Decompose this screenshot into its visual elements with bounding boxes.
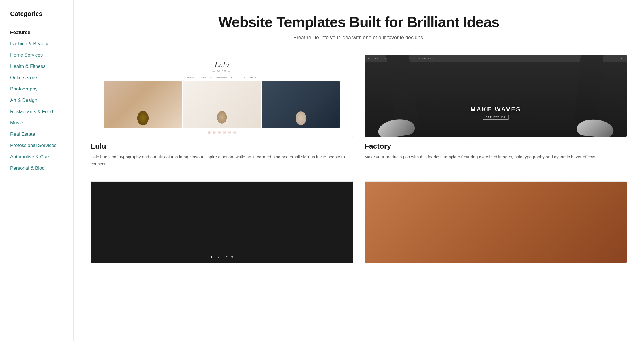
factory-overlay-text: MAKE WAVES SEE STYLES xyxy=(470,106,521,120)
factory-leg-right xyxy=(575,55,604,127)
sidebar-item-online-store[interactable]: Online Store xyxy=(10,75,37,80)
sidebar-item-photography[interactable]: Photography xyxy=(10,86,37,92)
page-subtitle: Breathe life into your idea with one of … xyxy=(91,35,627,41)
lulu-images xyxy=(104,81,340,128)
sidebar: Categories Featured Fashion & BeautyHome… xyxy=(0,0,74,341)
sidebar-item-personal-blog[interactable]: Personal & Blog xyxy=(10,165,45,171)
ludlow-bar: LUDLOW xyxy=(91,251,353,263)
factory-see-styles-button[interactable]: SEE STYLES xyxy=(483,115,509,120)
ludlow-label: LUDLOW xyxy=(207,256,237,259)
template-thumbnail-ludlow: LUDLOW xyxy=(91,181,353,263)
sidebar-item-home-services[interactable]: Home Services xyxy=(10,52,43,58)
sidebar-item-real-estate[interactable]: Real Estate xyxy=(10,131,35,137)
sidebar-nav: Fashion & BeautyHome ServicesHealth & Fi… xyxy=(10,41,65,171)
template-card-thema[interactable] xyxy=(365,181,627,268)
lulu-image-3 xyxy=(262,81,340,128)
sidebar-item-fashion-beauty[interactable]: Fashion & Beauty xyxy=(10,41,48,46)
sidebar-title: Categories xyxy=(10,10,65,18)
factory-visual xyxy=(365,55,627,137)
template-desc-factory: Make your products pop with this fearles… xyxy=(365,154,627,161)
sidebar-item-health-fitness[interactable]: Health & Fitness xyxy=(10,64,46,69)
template-desc-lulu: Pale hues, soft typography and a multi-c… xyxy=(91,154,353,168)
template-card-lulu[interactable]: Lulu — blog — HOME BLOG INSPIRATION ABOU… xyxy=(91,55,353,168)
sidebar-item-restaurants-food[interactable]: Restaurants & Food xyxy=(10,109,53,114)
factory-make-waves-text: MAKE WAVES xyxy=(470,106,521,113)
page-layout: Categories Featured Fashion & BeautyHome… xyxy=(0,0,644,341)
lulu-nav: HOME BLOG INSPIRATION ABOUT CONTACT xyxy=(187,76,256,78)
lulu-image-2 xyxy=(183,81,261,128)
template-thumbnail-factory: FACTORY HOME SHOP ABOUT US CONTACT US 🔍 xyxy=(365,55,627,137)
lulu-image-1 xyxy=(104,81,182,128)
template-name-lulu: Lulu xyxy=(91,142,353,151)
template-thumbnail-thema xyxy=(365,181,627,263)
page-title: Website Templates Built for Brilliant Id… xyxy=(91,14,627,30)
lulu-logo: Lulu — blog — xyxy=(91,60,353,72)
lulu-header: Lulu — blog — xyxy=(91,55,353,75)
sidebar-divider xyxy=(10,23,65,23)
template-card-factory[interactable]: FACTORY HOME SHOP ABOUT US CONTACT US 🔍 xyxy=(365,55,627,168)
main-header: Website Templates Built for Brilliant Id… xyxy=(91,14,627,41)
template-card-ludlow[interactable]: LUDLOW xyxy=(91,181,353,268)
lulu-flowers: ❀ ❀ ❀ ❀ ❀ ❀ xyxy=(207,130,236,135)
sidebar-item-music[interactable]: Music xyxy=(10,120,23,126)
sidebar-item-professional-services[interactable]: Professional Services xyxy=(10,143,56,148)
template-thumbnail-lulu: Lulu — blog — HOME BLOG INSPIRATION ABOU… xyxy=(91,55,353,137)
sidebar-item-featured[interactable]: Featured xyxy=(10,30,65,35)
template-name-factory: Factory xyxy=(365,142,627,151)
main-content: Website Templates Built for Brilliant Id… xyxy=(74,0,644,341)
factory-leg-left xyxy=(386,55,418,127)
sidebar-item-automotive-cars[interactable]: Automotive & Cars xyxy=(10,154,50,159)
templates-grid: Lulu — blog — HOME BLOG INSPIRATION ABOU… xyxy=(91,55,627,268)
sidebar-item-art-design[interactable]: Art & Design xyxy=(10,98,37,103)
